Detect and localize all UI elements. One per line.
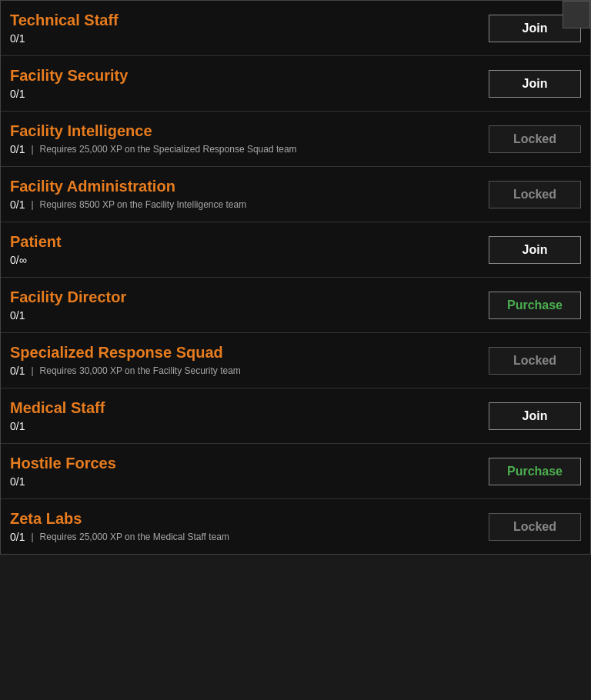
team-row-facility-administration: Facility Administration0/1|Requires 8500… xyxy=(1,167,590,222)
team-count-patient: 0/∞ xyxy=(10,254,27,266)
team-right-facility-administration: Locked xyxy=(489,181,581,208)
team-info-line-patient: 0/∞ xyxy=(10,254,489,266)
team-row-hostile-forces: Hostile Forces0/1Purchase xyxy=(1,444,590,499)
team-name-zeta-labs: Zeta Labs xyxy=(10,510,489,528)
team-button-facility-security[interactable]: Join xyxy=(489,70,581,98)
team-right-facility-security: Join xyxy=(489,70,581,98)
team-left-facility-intelligence: Facility Intelligence0/1|Requires 25,000… xyxy=(10,122,489,155)
team-count-facility-director: 0/1 xyxy=(10,309,25,322)
team-info-line-zeta-labs: 0/1|Requires 25,000 XP on the Medical St… xyxy=(10,531,489,543)
team-button-patient[interactable]: Join xyxy=(489,236,581,264)
close-button[interactable] xyxy=(563,1,590,28)
team-button-zeta-labs: Locked xyxy=(489,513,581,541)
team-button-facility-intelligence: Locked xyxy=(489,125,581,153)
team-row-patient: Patient0/∞Join xyxy=(1,222,590,278)
team-name-technical-staff: Technical Staff xyxy=(10,12,489,29)
team-row-inner-facility-director: Facility Director0/1Purchase xyxy=(10,288,581,322)
team-name-facility-security: Facility Security xyxy=(10,67,489,85)
team-left-facility-administration: Facility Administration0/1|Requires 8500… xyxy=(10,178,489,211)
team-button-specialized-response-squad: Locked xyxy=(489,347,581,375)
team-info-line-facility-director: 0/1 xyxy=(10,309,489,322)
team-info-line-hostile-forces: 0/1 xyxy=(10,475,489,488)
team-row-inner-specialized-response-squad: Specialized Response Squad0/1|Requires 3… xyxy=(10,344,581,377)
team-count-facility-intelligence: 0/1 xyxy=(10,143,25,155)
team-right-medical-staff: Join xyxy=(489,402,581,430)
team-right-facility-intelligence: Locked xyxy=(489,125,581,153)
team-row-facility-security: Facility Security0/1Join xyxy=(1,56,590,112)
team-count-facility-administration: 0/1 xyxy=(10,198,25,211)
team-info-line-facility-administration: 0/1|Requires 8500 XP on the Facility Int… xyxy=(10,198,489,211)
team-count-facility-security: 0/1 xyxy=(10,88,25,100)
team-count-specialized-response-squad: 0/1 xyxy=(10,365,25,377)
team-info-line-facility-security: 0/1 xyxy=(10,88,489,100)
team-info-line-technical-staff: 0/1 xyxy=(10,32,489,45)
team-left-zeta-labs: Zeta Labs0/1|Requires 25,000 XP on the M… xyxy=(10,510,489,543)
team-name-facility-administration: Facility Administration xyxy=(10,178,489,195)
team-right-patient: Join xyxy=(489,236,581,264)
team-left-hostile-forces: Hostile Forces0/1 xyxy=(10,455,489,488)
team-row-facility-director: Facility Director0/1Purchase xyxy=(1,278,590,333)
team-button-medical-staff[interactable]: Join xyxy=(489,402,581,430)
team-left-specialized-response-squad: Specialized Response Squad0/1|Requires 3… xyxy=(10,344,489,377)
team-button-facility-director[interactable]: Purchase xyxy=(489,292,581,319)
team-row-facility-intelligence: Facility Intelligence0/1|Requires 25,000… xyxy=(1,112,590,167)
teams-list: Technical Staff0/1JoinFacility Security0… xyxy=(1,1,590,554)
team-separator-facility-administration: | xyxy=(31,199,33,210)
team-left-patient: Patient0/∞ xyxy=(10,233,489,266)
team-row-medical-staff: Medical Staff0/1Join xyxy=(1,388,590,444)
team-right-facility-director: Purchase xyxy=(489,292,581,319)
team-requirement-zeta-labs: Requires 25,000 XP on the Medical Staff … xyxy=(40,532,229,542)
team-name-facility-director: Facility Director xyxy=(10,288,489,306)
team-separator-specialized-response-squad: | xyxy=(31,365,33,376)
team-info-line-facility-intelligence: 0/1|Requires 25,000 XP on the Specialize… xyxy=(10,143,489,155)
team-right-zeta-labs: Locked xyxy=(489,513,581,541)
team-requirement-specialized-response-squad: Requires 30,000 XP on the Facility Secur… xyxy=(40,365,241,376)
team-row-inner-hostile-forces: Hostile Forces0/1Purchase xyxy=(10,455,581,488)
team-row-technical-staff: Technical Staff0/1Join xyxy=(1,1,590,56)
team-row-inner-patient: Patient0/∞Join xyxy=(10,233,581,266)
team-separator-zeta-labs: | xyxy=(31,532,33,542)
team-requirement-facility-intelligence: Requires 25,000 XP on the Specialized Re… xyxy=(40,144,297,155)
team-button-hostile-forces[interactable]: Purchase xyxy=(489,458,581,485)
team-name-patient: Patient xyxy=(10,233,489,251)
team-count-hostile-forces: 0/1 xyxy=(10,475,25,488)
team-left-medical-staff: Medical Staff0/1 xyxy=(10,399,489,432)
team-row-specialized-response-squad: Specialized Response Squad0/1|Requires 3… xyxy=(1,333,590,388)
teams-container: Technical Staff0/1JoinFacility Security0… xyxy=(0,0,591,555)
team-row-inner-technical-staff: Technical Staff0/1Join xyxy=(10,12,581,45)
team-left-technical-staff: Technical Staff0/1 xyxy=(10,12,489,45)
team-button-facility-administration: Locked xyxy=(489,181,581,208)
team-right-specialized-response-squad: Locked xyxy=(489,347,581,375)
team-name-facility-intelligence: Facility Intelligence xyxy=(10,122,489,140)
team-left-facility-security: Facility Security0/1 xyxy=(10,67,489,100)
team-name-specialized-response-squad: Specialized Response Squad xyxy=(10,344,489,362)
team-row-inner-medical-staff: Medical Staff0/1Join xyxy=(10,399,581,432)
team-row-inner-zeta-labs: Zeta Labs0/1|Requires 25,000 XP on the M… xyxy=(10,510,581,543)
team-left-facility-director: Facility Director0/1 xyxy=(10,288,489,322)
team-name-hostile-forces: Hostile Forces xyxy=(10,455,489,472)
team-count-medical-staff: 0/1 xyxy=(10,420,25,432)
team-right-hostile-forces: Purchase xyxy=(489,458,581,485)
team-row-zeta-labs: Zeta Labs0/1|Requires 25,000 XP on the M… xyxy=(1,499,590,554)
team-info-line-specialized-response-squad: 0/1|Requires 30,000 XP on the Facility S… xyxy=(10,365,489,377)
team-name-medical-staff: Medical Staff xyxy=(10,399,489,417)
team-info-line-medical-staff: 0/1 xyxy=(10,420,489,432)
team-separator-facility-intelligence: | xyxy=(31,144,33,155)
team-row-inner-facility-administration: Facility Administration0/1|Requires 8500… xyxy=(10,178,581,211)
team-count-technical-staff: 0/1 xyxy=(10,32,25,45)
team-row-inner-facility-security: Facility Security0/1Join xyxy=(10,67,581,100)
team-row-inner-facility-intelligence: Facility Intelligence0/1|Requires 25,000… xyxy=(10,122,581,155)
team-count-zeta-labs: 0/1 xyxy=(10,531,25,543)
team-requirement-facility-administration: Requires 8500 XP on the Facility Intelli… xyxy=(40,199,247,210)
